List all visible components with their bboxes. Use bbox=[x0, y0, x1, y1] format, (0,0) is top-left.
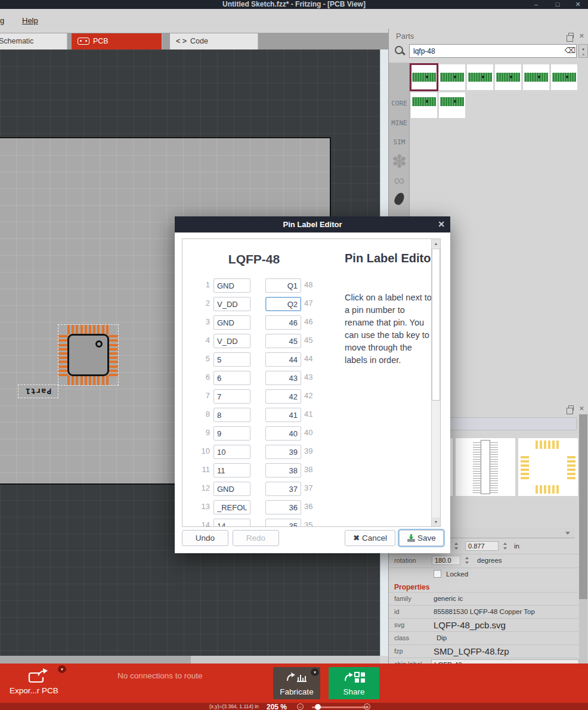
property-row-svg: svg LQFP-48_pcb.svg bbox=[389, 618, 578, 631]
parts-search-input[interactable] bbox=[409, 44, 577, 58]
part-thumbnail[interactable] bbox=[551, 64, 577, 90]
hscroll-thumb[interactable] bbox=[0, 656, 191, 664]
scroll-down-icon[interactable]: ▼ bbox=[432, 517, 440, 526]
part-thumbnail[interactable] bbox=[411, 92, 437, 118]
rotation-value[interactable]: 180.0 bbox=[432, 556, 460, 565]
location-x-stepper[interactable] bbox=[453, 542, 460, 550]
pin-12-label-input[interactable] bbox=[213, 482, 250, 496]
search-icon bbox=[394, 45, 406, 57]
dialog-title-bar[interactable]: Pin Label Editor ✕ bbox=[175, 216, 450, 232]
parts-panel-title: Parts bbox=[396, 32, 414, 41]
inspector-close-icon[interactable]: ✕ bbox=[579, 405, 584, 412]
pin-14-label-input[interactable] bbox=[213, 519, 250, 527]
properties-heading: Properties bbox=[394, 583, 429, 591]
chevron-down-icon bbox=[565, 532, 570, 535]
close-icon[interactable]: ✕ bbox=[569, 0, 587, 9]
cancel-button[interactable]: ✖ Cancel bbox=[345, 530, 395, 546]
part-thumbnail[interactable] bbox=[495, 64, 521, 90]
dialog-scroll-thumb[interactable] bbox=[432, 249, 440, 401]
cursor-coordinates: (x,y)=(3.364, 1.114) in bbox=[209, 703, 259, 709]
pin-42-label-input[interactable] bbox=[265, 389, 301, 404]
pin-44-label-input[interactable] bbox=[265, 352, 301, 367]
pin-40-label-input[interactable] bbox=[265, 426, 301, 441]
float-panel-icon[interactable] bbox=[568, 33, 574, 38]
part-label[interactable]: Part1 bbox=[18, 385, 58, 398]
menu-item-partial[interactable]: g bbox=[0, 16, 4, 25]
save-button[interactable]: Save bbox=[399, 530, 444, 546]
bin-tab-sim[interactable]: SIM bbox=[389, 138, 410, 146]
chip-pads-left bbox=[58, 334, 68, 376]
minimize-icon[interactable]: – bbox=[527, 0, 545, 9]
routing-status-text: No connections to route bbox=[117, 671, 203, 680]
pin1-marker-icon bbox=[95, 340, 103, 348]
pin-35-label-input[interactable] bbox=[265, 519, 301, 527]
pin-9-label-input[interactable] bbox=[213, 426, 250, 441]
dialog-close-icon[interactable]: ✕ bbox=[438, 216, 445, 232]
save-icon bbox=[407, 534, 416, 542]
pin-10-label-input[interactable] bbox=[213, 445, 250, 459]
export-for-pcb-button[interactable]: ▾ Expor...r PCB bbox=[0, 664, 78, 703]
part-thumbnail[interactable] bbox=[439, 64, 465, 90]
share-button[interactable]: Share bbox=[329, 667, 379, 699]
pin-8-label-input[interactable] bbox=[213, 408, 250, 422]
fabricate-dropdown-icon[interactable]: ▾ bbox=[311, 668, 319, 676]
pin-47-label-input-focused[interactable] bbox=[265, 297, 301, 311]
location-y-stepper[interactable] bbox=[502, 542, 509, 550]
pin-41-label-input[interactable] bbox=[265, 408, 301, 422]
rotation-stepper[interactable] bbox=[464, 556, 471, 565]
pin-2-label-input[interactable] bbox=[213, 297, 250, 311]
pin-3-label-input[interactable] bbox=[213, 315, 250, 330]
maximize-icon[interactable]: □ bbox=[549, 0, 567, 9]
bin-tab-mine[interactable]: MINE bbox=[389, 119, 410, 127]
fabricate-button[interactable]: ▾ Fabricate bbox=[273, 667, 320, 699]
tab-schematic[interactable]: Schematic bbox=[0, 33, 67, 49]
pin-11-label-input[interactable] bbox=[213, 463, 250, 478]
redo-button[interactable]: Redo bbox=[233, 530, 279, 546]
part-thumbnail[interactable] bbox=[467, 64, 493, 90]
float-panel-icon[interactable] bbox=[568, 405, 574, 411]
pin-46-label-input[interactable] bbox=[265, 315, 301, 330]
pin-4-label-input[interactable] bbox=[213, 334, 250, 348]
dialog-scrollbar[interactable]: ▲ ▼ bbox=[431, 239, 440, 526]
zoom-slider-handle[interactable] bbox=[315, 704, 321, 710]
part-thumbnail[interactable] bbox=[523, 64, 549, 90]
pin-6-label-input[interactable] bbox=[213, 371, 250, 385]
parts-close-icon[interactable]: ✕ bbox=[579, 32, 584, 39]
pin-13-label-input[interactable] bbox=[213, 500, 250, 514]
location-y-value[interactable]: 0.877 bbox=[465, 541, 499, 551]
pin-45-label-input[interactable] bbox=[265, 334, 301, 348]
rotation-row: rotation 180.0 degrees bbox=[389, 554, 578, 568]
pin-48-label-input[interactable] bbox=[265, 278, 301, 293]
zoom-out-icon[interactable]: − bbox=[297, 703, 304, 710]
zoom-in-icon[interactable]: + bbox=[364, 703, 370, 710]
pin-37-label-input[interactable] bbox=[265, 482, 301, 496]
part-thumbnail-selected[interactable] bbox=[411, 64, 437, 90]
clear-search-icon[interactable]: ⌫ bbox=[565, 46, 575, 55]
undo-button[interactable]: Undo bbox=[182, 530, 228, 546]
canvas-horizontal-scrollbar[interactable] bbox=[0, 656, 380, 664]
arduino-bin-icon[interactable]: ∞ bbox=[389, 172, 410, 189]
tab-code[interactable]: < >Code bbox=[170, 33, 258, 49]
part-thumbnail[interactable] bbox=[439, 92, 465, 118]
export-label: Expor...r PCB bbox=[10, 686, 58, 695]
pin-38-label-input[interactable] bbox=[265, 463, 301, 478]
pin-36-label-input[interactable] bbox=[265, 500, 301, 514]
title-bar: Untitled Sketch.fzz* - Fritzing - [PCB V… bbox=[0, 0, 588, 9]
share-label: Share bbox=[329, 687, 379, 696]
pin-39-label-input[interactable] bbox=[265, 445, 301, 459]
pin-1-label-input[interactable] bbox=[213, 278, 250, 293]
adafruit-bin-icon[interactable]: ✽ bbox=[389, 151, 410, 172]
export-dropdown-icon[interactable]: ▾ bbox=[58, 665, 66, 673]
pin-43-label-input[interactable] bbox=[265, 371, 301, 385]
scroll-up-icon[interactable]: ▲ bbox=[432, 239, 440, 248]
lqfp48-part[interactable] bbox=[58, 324, 119, 386]
locked-checkbox[interactable] bbox=[434, 570, 441, 578]
pin-7-label-input[interactable] bbox=[213, 389, 250, 404]
search-options-icon[interactable]: ▾≡ bbox=[578, 44, 588, 58]
rotation-unit: degrees bbox=[477, 557, 502, 564]
bin-tab-core[interactable]: CORE bbox=[389, 100, 410, 107]
menu-item-help[interactable]: Help bbox=[22, 16, 38, 25]
tab-pcb[interactable]: PCB bbox=[72, 33, 162, 49]
sparkfun-bin-icon[interactable] bbox=[394, 192, 405, 206]
pin-5-label-input[interactable] bbox=[213, 352, 250, 367]
